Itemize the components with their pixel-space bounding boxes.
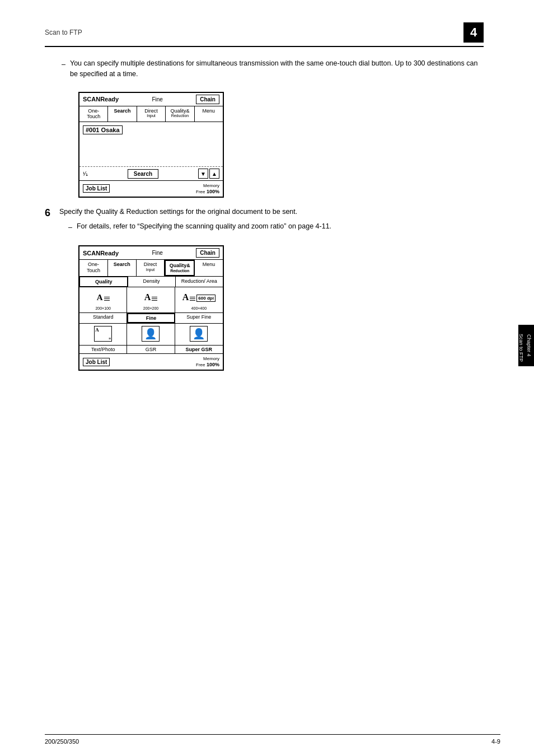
- res-cell-200x100: A 200×100: [79, 287, 127, 312]
- footer-page: 4-9: [491, 738, 500, 745]
- job-list-btn-2[interactable]: Job List: [83, 358, 110, 366]
- bullet-section-1: – You can specify multiple destinations …: [62, 58, 484, 80]
- chapter-side-tab: Chapter 4 Scan to FTP: [518, 325, 534, 366]
- page-header: Scan to FTP 4: [45, 22, 484, 47]
- scan-to-ftp-tab-label: Scan to FTP: [518, 334, 524, 362]
- memory-free-2: MemoryFree 100%: [196, 356, 219, 368]
- scanner-title-1: SCANReady: [83, 96, 119, 102]
- quality-resolution-grid: A 200×100 A: [79, 287, 223, 313]
- fine-btn[interactable]: Fine: [127, 313, 175, 323]
- res-label-400x400: 400×400: [191, 306, 207, 310]
- res-icon-200x200: A: [144, 290, 158, 305]
- scanner-nav-bar-2: One-Touch Search Direct Input Quality& R…: [79, 259, 223, 277]
- step-6-content: Specify the Quality & Reduction settings…: [59, 207, 331, 237]
- direct-line1: Direct: [144, 262, 157, 267]
- scanner-footer-2: Job List MemoryFree 100%: [79, 353, 223, 370]
- super-gsr-icon: 👤: [190, 326, 208, 342]
- quality-line1: Quality&: [170, 108, 189, 114]
- chain-button-1[interactable]: Chain: [196, 95, 219, 104]
- scanner-bottom-bar-1: ¹⁄₁ Search ▼ ▲: [79, 167, 223, 180]
- quality-reduction-btn-2[interactable]: Quality& Reduction: [165, 260, 195, 276]
- mode-buttons-row: Standard Fine Super Fine: [79, 313, 223, 324]
- step-6-dash: –: [68, 222, 72, 233]
- direct-input-btn-2[interactable]: Direct Input: [137, 260, 165, 276]
- step-6-sub: – For details, refer to “Specifying the …: [68, 221, 331, 233]
- step-6-number: 6: [45, 207, 50, 220]
- super-gsr-label[interactable]: Super GSR: [175, 346, 223, 353]
- step-6-sub-text: For details, refer to “Specifying the sc…: [77, 221, 331, 233]
- chain-button-2[interactable]: Chain: [196, 248, 219, 258]
- direct-input-btn-1[interactable]: Direct Input: [137, 106, 166, 122]
- super-gsr-cell: 👤: [175, 324, 223, 345]
- chapter-number: 4: [463, 22, 484, 43]
- quality-nav-line1: Quality&: [170, 263, 190, 268]
- destination-item: #001 Osaka: [83, 125, 123, 134]
- one-touch-btn-1[interactable]: One-Touch: [79, 106, 108, 122]
- search-btn-nav-2[interactable]: Search: [108, 260, 137, 276]
- scanner-nav-bar-1: One-Touch Search Direct Input Quality& R…: [79, 106, 223, 123]
- quality-tabs: Quality Density Reduction/ Area: [79, 277, 223, 287]
- standard-btn[interactable]: Standard: [79, 313, 127, 323]
- menu-btn-2[interactable]: Menu: [195, 260, 223, 276]
- scanner-fine-1: Fine: [152, 96, 162, 102]
- down-arrow-btn[interactable]: ▼: [198, 169, 208, 179]
- step-6-text: Specify the Quality & Reduction settings…: [59, 207, 331, 217]
- text-photo-label[interactable]: Text/Photo: [79, 346, 127, 353]
- step-6-row: 6 Specify the Quality & Reduction settin…: [45, 207, 484, 237]
- quality-line2: Reduction: [168, 114, 191, 118]
- nav-arrows-1: ▼ ▲: [198, 169, 219, 179]
- photo-icons-row: A ≡ 👤 👤: [79, 324, 223, 346]
- quality-nav-line2: Reduction: [168, 269, 191, 273]
- gsr-label[interactable]: GSR: [127, 346, 175, 353]
- bullet-dash: –: [62, 59, 65, 80]
- scanner-title-bar-1: SCANReady Fine Chain: [79, 93, 223, 106]
- memory-value-2: 100%: [207, 362, 219, 367]
- text-photo-icon: A ≡: [94, 326, 112, 342]
- res-label-200x200: 200×200: [143, 306, 158, 310]
- search-btn-nav-1[interactable]: Search: [108, 106, 137, 122]
- bullet-item-1: – You can specify multiple destinations …: [62, 58, 484, 80]
- res-icon-400x400: A 600 dpi: [182, 290, 216, 305]
- up-arrow-btn[interactable]: ▲: [209, 169, 219, 179]
- super-fine-btn[interactable]: Super Fine: [175, 313, 223, 323]
- scanner-content-1: #001 Osaka: [79, 122, 223, 167]
- text-photo-cell: A ≡: [79, 324, 127, 345]
- page-footer: 200/250/350 4-9: [45, 734, 500, 745]
- gsr-cell: 👤: [127, 324, 175, 345]
- density-tab[interactable]: Density: [128, 277, 175, 287]
- scanner-panel-1: SCANReady Fine Chain One-Touch Search Di…: [78, 92, 224, 198]
- scanner-title-2: SCANReady: [83, 250, 119, 256]
- memory-free-1: MemoryFree 100%: [196, 183, 219, 195]
- scanner-fine-2: Fine: [152, 250, 162, 256]
- footer-model: 200/250/350: [45, 738, 79, 745]
- menu-btn-1[interactable]: Menu: [195, 106, 223, 122]
- photo-labels-row: Text/Photo GSR Super GSR: [79, 346, 223, 353]
- direct-input-line1: Direct: [144, 108, 158, 114]
- dpi-badge: 600 dpi: [196, 295, 216, 302]
- gsr-icon: 👤: [142, 326, 160, 342]
- bullet-text: You can specify multiple destinations fo…: [70, 58, 484, 80]
- quality-btn-1[interactable]: Quality& Reduction: [166, 106, 194, 122]
- page-indicator-1: ¹⁄₁: [83, 171, 88, 177]
- direct-input-line2: Input: [140, 114, 162, 118]
- search-action-btn[interactable]: Search: [128, 169, 158, 179]
- chapter-tab-label: Chapter 4: [526, 334, 532, 357]
- reduction-area-tab[interactable]: Reduction/ Area: [176, 277, 223, 287]
- scanner-footer-1: Job List MemoryFree 100%: [79, 180, 223, 197]
- scanner-panel-2: SCANReady Fine Chain One-Touch Search Di…: [78, 245, 224, 371]
- job-list-btn-1[interactable]: Job List: [83, 184, 110, 193]
- scanner-title-bar-2: SCANReady Fine Chain: [79, 246, 223, 259]
- section-title: Scan to FTP: [45, 29, 82, 36]
- direct-line2: Input: [139, 268, 162, 272]
- res-icon-200x100: A: [97, 290, 110, 305]
- res-cell-400x400: A 600 dpi 400×400: [175, 287, 223, 312]
- memory-value-1: 100%: [207, 189, 219, 194]
- res-cell-200x200: A 200×200: [127, 287, 175, 312]
- one-touch-btn-2[interactable]: One-Touch: [79, 260, 108, 276]
- quality-tab[interactable]: Quality: [79, 276, 128, 287]
- res-label-200x100: 200×100: [95, 306, 110, 310]
